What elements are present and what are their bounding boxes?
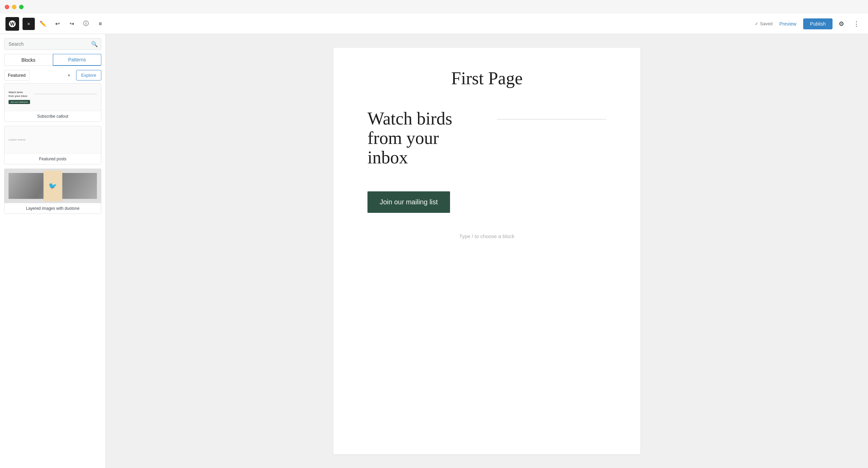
pattern-preview-subscribe: Watch birdsfrom your inbox Join our mail…: [4, 84, 101, 111]
close-inserter-button[interactable]: ×: [23, 18, 35, 30]
search-icon-button[interactable]: 🔍: [91, 41, 98, 47]
page-content: First Page Watch birds from your inbox J…: [333, 48, 640, 454]
bird-icon: 🐦: [48, 182, 57, 190]
preview-subscribe-content: Watch birdsfrom your inbox Join our mail…: [9, 90, 97, 104]
list-icon: ≡: [99, 21, 102, 27]
title-bar: [0, 0, 868, 14]
canvas[interactable]: First Page Watch birds from your inbox J…: [106, 34, 868, 468]
preview-mailing-btn: Join our mailing list: [9, 100, 30, 104]
svg-text:W: W: [10, 21, 15, 27]
search-input-wrap: 🔍: [4, 38, 101, 50]
traffic-light-maximize[interactable]: [19, 5, 24, 9]
more-options-button[interactable]: ⋮: [850, 18, 863, 30]
sidebar: 🔍 Blocks Patterns Featured All Text Hero: [0, 34, 106, 468]
traffic-light-minimize[interactable]: [12, 5, 16, 9]
pattern-label-featured: Featured posts: [4, 153, 101, 164]
settings-button[interactable]: ⚙: [835, 18, 848, 30]
undo-icon: ↩: [55, 20, 60, 27]
saved-status: ✓ Saved: [755, 21, 772, 26]
tabs: Blocks Patterns: [0, 50, 105, 66]
tab-patterns[interactable]: Patterns: [53, 54, 102, 66]
search-icon: 🔍: [91, 41, 98, 47]
pattern-subscribe-callout[interactable]: Watch birdsfrom your inbox Join our mail…: [4, 83, 101, 122]
filter-row: Featured All Text Hero Posts Media Explo…: [0, 66, 105, 83]
wp-logo[interactable]: W: [5, 17, 19, 31]
close-icon: ×: [27, 21, 30, 27]
preview-button[interactable]: Preview: [775, 19, 800, 29]
search-bar: 🔍: [0, 34, 105, 50]
cta-join-button[interactable]: Join our mailing list: [367, 191, 450, 213]
check-icon: ✓: [755, 21, 758, 26]
toolbar-right: ✓ Saved Preview Publish ⚙ ⋮: [755, 18, 863, 30]
publish-button[interactable]: Publish: [803, 18, 833, 29]
pattern-label-subscribe: Subscribe callout: [4, 111, 101, 121]
editor-body: 🔍 Blocks Patterns Featured All Text Hero: [0, 34, 868, 468]
explore-button[interactable]: Explore: [76, 70, 101, 81]
preview-latest-label: LATEST POSTS: [9, 139, 97, 141]
pattern-label-layered: Layered images with duotone: [4, 203, 101, 214]
info-button[interactable]: ⓘ: [80, 18, 92, 30]
filter-select-wrap: Featured All Text Hero Posts Media: [4, 70, 73, 81]
content-section: Watch birds from your inbox: [367, 109, 606, 178]
more-icon: ⋮: [853, 20, 859, 28]
preview-subscribe-text: Watch birdsfrom your inbox Join our mail…: [9, 90, 30, 104]
preview-tan-overlay: 🐦: [43, 171, 62, 201]
toolbar: W × ✏️ ↩ ↪ ⓘ ≡ ✓ Sa: [0, 14, 868, 34]
search-input[interactable]: [4, 38, 101, 50]
toolbar-left: W × ✏️ ↩ ↪ ⓘ ≡: [5, 17, 106, 31]
redo-icon: ↪: [70, 20, 74, 27]
section-heading: Watch birds from your inbox: [367, 109, 477, 167]
type-hint: Type / to choose a block: [367, 233, 606, 239]
undo-button[interactable]: ↩: [51, 18, 63, 30]
info-icon: ⓘ: [83, 20, 89, 27]
preview-divider: [34, 94, 97, 94]
horizontal-divider: [497, 119, 606, 119]
editor-container: W × ✏️ ↩ ↪ ⓘ ≡ ✓ Sa: [0, 14, 868, 468]
edit-button[interactable]: ✏️: [37, 18, 49, 30]
gear-icon: ⚙: [839, 20, 844, 28]
pattern-featured-posts[interactable]: LATEST POSTS Featured posts: [4, 126, 101, 164]
pattern-preview-featured: LATEST POSTS: [4, 126, 101, 153]
list-view-button[interactable]: ≡: [94, 18, 106, 30]
category-filter[interactable]: Featured All Text Hero Posts Media: [4, 70, 30, 81]
tab-blocks[interactable]: Blocks: [4, 54, 53, 66]
pattern-layered-images[interactable]: 🐦 Layered images with duotone: [4, 169, 101, 214]
traffic-light-close[interactable]: [5, 5, 9, 9]
edit-icon: ✏️: [40, 20, 46, 27]
patterns-list: Watch birdsfrom your inbox Join our mail…: [0, 83, 105, 468]
pattern-preview-layered: 🐦: [4, 169, 101, 203]
redo-button[interactable]: ↪: [66, 18, 78, 30]
page-title: First Page: [367, 68, 606, 88]
content-text: Watch birds from your inbox: [367, 109, 477, 178]
